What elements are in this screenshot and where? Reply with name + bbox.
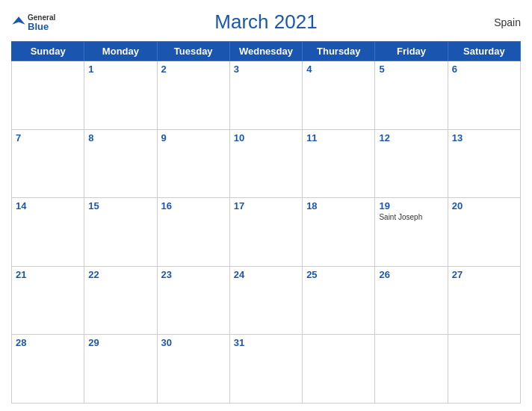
- bird-icon: [11, 16, 26, 26]
- calendar-table: SundayMondayTuesdayWednesdayThursdayFrid…: [11, 41, 521, 404]
- calendar-cell: 7: [12, 129, 84, 198]
- day-number: 26: [379, 269, 443, 280]
- calendar-cell: [448, 335, 520, 404]
- day-number: 29: [88, 337, 152, 348]
- header: General Blue March 2021 Spain: [11, 7, 521, 37]
- day-header-friday: Friday: [375, 42, 448, 61]
- day-number: 11: [306, 132, 371, 143]
- calendar-cell: 8: [84, 129, 157, 198]
- country-label: Spain: [494, 16, 521, 28]
- calendar-cell: 27: [448, 266, 520, 335]
- day-number: 14: [16, 200, 80, 211]
- day-number: 9: [161, 132, 226, 143]
- day-number: 12: [379, 132, 443, 143]
- day-number: 2: [161, 64, 226, 75]
- logo: General Blue: [11, 13, 55, 31]
- day-number: 17: [234, 200, 298, 211]
- day-number: 31: [234, 337, 298, 348]
- day-number: 23: [161, 269, 226, 280]
- calendar-cell: 10: [229, 129, 302, 198]
- calendar-cell: [12, 61, 84, 130]
- calendar-cell: 31: [229, 335, 302, 404]
- calendar-cell: 21: [12, 266, 84, 335]
- page: General Blue March 2021 Spain SundayMond…: [0, 0, 532, 411]
- calendar-cell: 20: [448, 198, 520, 267]
- svg-marker-0: [12, 16, 25, 25]
- day-number: 20: [452, 200, 516, 211]
- week-row-4: 21222324252627: [12, 266, 521, 335]
- calendar-cell: 26: [375, 266, 448, 335]
- day-number: 13: [452, 132, 516, 143]
- calendar-cell: 4: [303, 61, 375, 130]
- week-row-3: 141516171819Saint Joseph20: [12, 198, 521, 267]
- day-header-wednesday: Wednesday: [229, 42, 302, 61]
- event-label: Saint Joseph: [379, 213, 443, 221]
- week-row-2: 78910111213: [12, 129, 521, 198]
- day-number: 16: [161, 200, 226, 211]
- calendar-cell: 5: [375, 61, 448, 130]
- calendar-cell: 18: [303, 198, 375, 267]
- day-number: 27: [452, 269, 516, 280]
- day-number: 22: [88, 269, 152, 280]
- day-number: 19: [379, 200, 443, 211]
- day-header-saturday: Saturday: [448, 42, 520, 61]
- day-number: 28: [16, 337, 80, 348]
- calendar-cell: 3: [229, 61, 302, 130]
- calendar-cell: 29: [84, 335, 157, 404]
- day-number: 1: [88, 64, 152, 75]
- calendar-cell: 9: [157, 129, 229, 198]
- day-header-sunday: Sunday: [12, 42, 84, 61]
- day-header-row: SundayMondayTuesdayWednesdayThursdayFrid…: [12, 42, 521, 61]
- calendar-cell: 11: [303, 129, 375, 198]
- day-header-tuesday: Tuesday: [157, 42, 229, 61]
- calendar-cell: [375, 335, 448, 404]
- calendar-cell: 16: [157, 198, 229, 267]
- week-row-1: 123456: [12, 61, 521, 130]
- calendar-cell: 24: [229, 266, 302, 335]
- day-number: 4: [306, 64, 371, 75]
- day-number: 25: [306, 269, 371, 280]
- calendar-cell: 23: [157, 266, 229, 335]
- calendar-cell: 15: [84, 198, 157, 267]
- calendar-cell: 30: [157, 335, 229, 404]
- day-number: 10: [234, 132, 298, 143]
- day-number: 6: [452, 64, 516, 75]
- day-number: 3: [234, 64, 298, 75]
- logo-blue-text: Blue: [28, 21, 55, 31]
- calendar-cell: 2: [157, 61, 229, 130]
- calendar-cell: 22: [84, 266, 157, 335]
- day-number: 8: [88, 132, 152, 143]
- calendar-cell: 13: [448, 129, 520, 198]
- day-header-monday: Monday: [84, 42, 157, 61]
- calendar-cell: 6: [448, 61, 520, 130]
- day-number: 30: [161, 337, 226, 348]
- calendar-cell: 19Saint Joseph: [375, 198, 448, 267]
- day-number: 7: [16, 132, 80, 143]
- calendar-cell: [303, 335, 375, 404]
- calendar-cell: 17: [229, 198, 302, 267]
- day-number: 15: [88, 200, 152, 211]
- day-number: 21: [16, 269, 80, 280]
- day-number: 24: [234, 269, 298, 280]
- calendar-cell: 1: [84, 61, 157, 130]
- day-number: 18: [306, 200, 371, 211]
- day-header-thursday: Thursday: [303, 42, 375, 61]
- calendar-cell: 12: [375, 129, 448, 198]
- calendar-title: March 2021: [214, 10, 317, 34]
- day-number: 5: [379, 64, 443, 75]
- week-row-5: 28293031: [12, 335, 521, 404]
- calendar-cell: 25: [303, 266, 375, 335]
- calendar-cell: 28: [12, 335, 84, 404]
- calendar-cell: 14: [12, 198, 84, 267]
